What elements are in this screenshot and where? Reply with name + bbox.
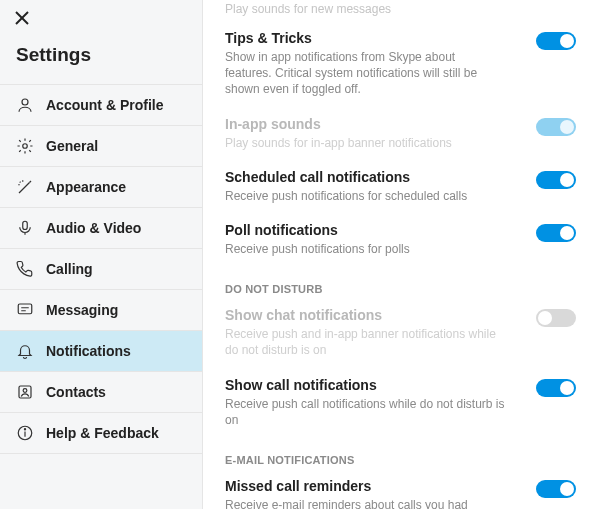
setting-scheduled-call-notifications: Scheduled call notifications Receive pus…: [225, 161, 580, 214]
setting-desc: Receive e-mail reminders about calls you…: [225, 497, 505, 509]
phone-icon: [16, 260, 34, 278]
setting-title: Show chat notifications: [225, 307, 580, 323]
svg-rect-5: [18, 304, 32, 314]
sidebar-item-label: General: [46, 138, 98, 154]
setting-tips-tricks: Tips & Tricks Show in app notifications …: [225, 22, 580, 108]
setting-poll-notifications: Poll notifications Receive push notifica…: [225, 214, 580, 267]
sidebar-nav: Account & Profile General Appearance Aud…: [0, 84, 202, 454]
section-header-email: E-MAIL NOTIFICATIONS: [225, 438, 580, 470]
setting-desc: Receive push call notifications while do…: [225, 396, 505, 428]
sidebar-item-label: Notifications: [46, 343, 131, 359]
toggle-missed-call[interactable]: [536, 480, 576, 498]
close-row: [0, 0, 202, 30]
setting-desc: Receive push notifications for scheduled…: [225, 188, 505, 204]
wand-icon: [16, 178, 34, 196]
setting-title: Poll notifications: [225, 222, 580, 238]
content-panel: Play sounds for new messages Tips & Tric…: [203, 0, 600, 509]
sidebar-item-label: Contacts: [46, 384, 106, 400]
info-icon: [16, 424, 34, 442]
sidebar-item-label: Account & Profile: [46, 97, 163, 113]
setting-desc: Receive push notifications for polls: [225, 241, 505, 257]
sidebar: Settings Account & Profile General Appea…: [0, 0, 203, 509]
sidebar-item-notifications[interactable]: Notifications: [0, 331, 202, 372]
sidebar-item-calling[interactable]: Calling: [0, 249, 202, 290]
setting-in-app-sounds: In-app sounds Play sounds for in-app ban…: [225, 108, 580, 161]
setting-missed-call-reminders: Missed call reminders Receive e-mail rem…: [225, 470, 580, 509]
svg-point-10: [24, 429, 25, 430]
toggle-in-app-sounds[interactable]: [536, 118, 576, 136]
setting-title: Show call notifications: [225, 377, 580, 393]
sidebar-item-label: Help & Feedback: [46, 425, 159, 441]
sidebar-title: Settings: [0, 30, 202, 84]
svg-point-3: [23, 144, 28, 149]
sidebar-item-appearance[interactable]: Appearance: [0, 167, 202, 208]
toggle-scheduled-call[interactable]: [536, 171, 576, 189]
setting-show-call-notifications: Show call notifications Receive push cal…: [225, 369, 580, 438]
sidebar-item-general[interactable]: General: [0, 126, 202, 167]
chat-icon: [16, 301, 34, 319]
gear-icon: [16, 137, 34, 155]
sidebar-item-messaging[interactable]: Messaging: [0, 290, 202, 331]
cutoff-previous-setting-desc: Play sounds for new messages: [225, 0, 580, 22]
sidebar-item-account-profile[interactable]: Account & Profile: [0, 84, 202, 126]
bell-icon: [16, 342, 34, 360]
sidebar-item-label: Appearance: [46, 179, 126, 195]
setting-title: Missed call reminders: [225, 478, 580, 494]
contacts-icon: [16, 383, 34, 401]
sidebar-item-label: Messaging: [46, 302, 118, 318]
svg-point-2: [22, 99, 28, 105]
person-icon: [16, 96, 34, 114]
setting-title: Tips & Tricks: [225, 30, 580, 46]
sidebar-item-contacts[interactable]: Contacts: [0, 372, 202, 413]
setting-desc: Receive push and in-app banner notificat…: [225, 326, 505, 358]
setting-title: Scheduled call notifications: [225, 169, 580, 185]
sidebar-item-label: Calling: [46, 261, 93, 277]
section-header-dnd: DO NOT DISTURB: [225, 267, 580, 299]
close-icon[interactable]: [14, 10, 30, 26]
setting-title: In-app sounds: [225, 116, 580, 132]
setting-desc: Play sounds for in-app banner notificati…: [225, 135, 505, 151]
setting-desc: Show in app notifications from Skype abo…: [225, 49, 505, 98]
toggle-show-chat[interactable]: [536, 309, 576, 327]
sidebar-item-audio-video[interactable]: Audio & Video: [0, 208, 202, 249]
toggle-show-call[interactable]: [536, 379, 576, 397]
toggle-tips-tricks[interactable]: [536, 32, 576, 50]
setting-show-chat-notifications: Show chat notifications Receive push and…: [225, 299, 580, 368]
svg-rect-4: [23, 221, 28, 229]
settings-app: Settings Account & Profile General Appea…: [0, 0, 600, 509]
mic-icon: [16, 219, 34, 237]
toggle-poll[interactable]: [536, 224, 576, 242]
svg-point-7: [23, 389, 27, 393]
sidebar-item-help-feedback[interactable]: Help & Feedback: [0, 413, 202, 454]
sidebar-item-label: Audio & Video: [46, 220, 141, 236]
